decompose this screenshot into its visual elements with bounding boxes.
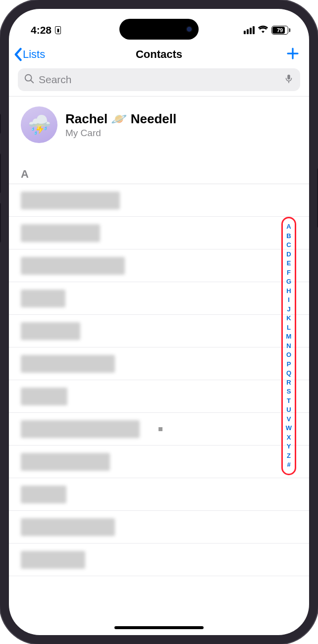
index-letter[interactable]: Y [287,442,291,451]
index-letter[interactable]: F [287,268,291,278]
index-letter[interactable]: A [286,222,291,232]
index-letter[interactable]: C [286,241,291,250]
search-container [9,66,309,96]
contact-row[interactable] [9,511,309,544]
contact-row[interactable] [9,478,309,511]
redacted-contact-name [21,290,65,307]
mic-icon[interactable] [283,73,294,87]
contact-row[interactable] [9,184,309,217]
index-letter[interactable]: V [287,415,291,424]
redacted-contact-name [21,355,115,373]
page-title: Contacts [136,48,182,61]
index-letter[interactable]: W [286,424,292,433]
extra-glyph [159,427,162,431]
contact-row[interactable] [9,380,309,413]
index-letter[interactable]: L [287,323,291,333]
redacted-contact-name [21,388,67,405]
add-contact-button[interactable] [285,46,300,63]
contact-row[interactable] [9,217,309,249]
contact-row[interactable] [9,347,309,380]
search-field[interactable] [18,68,300,91]
contact-row[interactable] [9,282,309,315]
my-card[interactable]: ⛈️ Rachel 🪐 Needell My Card [9,97,309,154]
section-index-bar[interactable]: ABCDEFGHIJKLMNOPQRSTUVWXYZ# [281,217,296,475]
index-letter[interactable]: I [288,296,290,305]
index-letter[interactable]: S [287,387,291,396]
index-letter[interactable]: X [287,433,291,443]
status-right: 79 [244,24,294,37]
index-letter[interactable]: J [287,305,290,314]
section-header: A [9,154,309,184]
index-letter[interactable]: O [286,350,291,360]
volume-up [0,153,1,193]
back-button[interactable]: Lists [13,48,45,61]
search-input[interactable] [39,74,279,86]
back-label: Lists [23,48,45,61]
wifi-icon [258,24,268,37]
battery-icon: 79 [271,26,290,35]
index-letter[interactable]: K [286,314,291,323]
redacted-contact-name [21,420,140,438]
index-letter[interactable]: T [287,396,291,406]
my-card-text: Rachel 🪐 Needell My Card [65,111,176,139]
mute-switch [0,114,1,134]
index-letter[interactable]: R [286,378,291,388]
battery-percent: 79 [277,27,283,33]
nav-bar: Lists Contacts [9,43,309,66]
contact-row[interactable] [9,413,309,446]
contact-row[interactable] [9,315,309,347]
status-time-group: 4:28 ▮ [31,24,61,36]
redacted-contact-name [21,551,85,569]
contact-row[interactable] [9,249,309,282]
search-icon [24,73,35,87]
phone-frame: 4:28 ▮ 79 Lists [0,0,318,644]
status-time: 4:28 [31,24,52,36]
index-letter[interactable]: M [286,332,292,342]
redacted-contact-name [21,257,125,275]
index-letter[interactable]: N [286,342,291,351]
avatar-emoji: ⛈️ [28,114,51,136]
index-letter[interactable]: D [286,250,291,259]
contact-row[interactable] [9,446,309,478]
contact-row[interactable] [9,544,309,576]
index-letter[interactable]: E [287,259,291,268]
redacted-contact-name [21,224,100,242]
redacted-contact-name [21,453,110,471]
index-letter[interactable]: G [286,277,291,287]
index-letter[interactable]: U [286,405,291,415]
index-letter[interactable]: Z [287,451,291,461]
sim-icon: ▮ [55,26,61,34]
index-letter[interactable]: B [286,232,291,241]
contact-list [9,184,309,576]
index-letter[interactable]: H [286,287,291,296]
redacted-contact-name [21,518,115,536]
home-indicator[interactable] [114,626,204,629]
volume-down [0,203,1,243]
index-letter[interactable]: # [287,460,290,470]
redacted-contact-name [21,486,66,503]
svg-line-1 [31,80,33,83]
screen: 4:28 ▮ 79 Lists [9,9,309,635]
redacted-contact-name [21,192,120,209]
svg-rect-2 [287,74,290,79]
dynamic-island [119,19,199,40]
avatar: ⛈️ [21,106,57,143]
redacted-contact-name [21,322,80,340]
cellular-icon [244,26,255,34]
my-card-sub: My Card [65,128,176,139]
my-card-name: Rachel 🪐 Needell [65,111,176,127]
index-letter[interactable]: Q [286,369,291,378]
index-letter[interactable]: P [287,360,291,369]
